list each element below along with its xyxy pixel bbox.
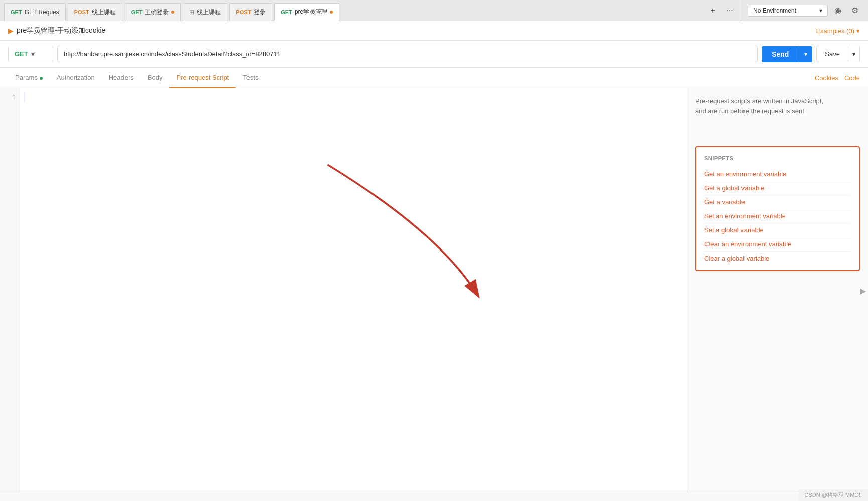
- snippets-title: SNIPPETS: [704, 155, 851, 161]
- breadcrumb: ▶ pre学员管理-手动添加cookie: [8, 26, 105, 35]
- req-tab-tests[interactable]: Tests: [236, 68, 265, 88]
- req-tab-authorization[interactable]: Authorization: [50, 68, 102, 88]
- gear-icon[interactable]: ⚙: [848, 4, 862, 18]
- snippet-item-2[interactable]: Get a variable: [704, 195, 851, 209]
- request-title: pre学员管理-手动添加cookie: [17, 26, 105, 35]
- chevron-down-icon: ▾: [819, 7, 822, 14]
- hint-text-line1: Pre-request scripts are written in JavaS…: [695, 96, 860, 106]
- send-button-group: Send ▾: [762, 46, 812, 62]
- eye-icon[interactable]: ◉: [831, 4, 845, 18]
- snippet-item-0[interactable]: Get an environment variable: [704, 167, 851, 181]
- req-tab-prerequest[interactable]: Pre-request Script: [169, 68, 236, 88]
- line-number-1: 1: [0, 92, 20, 102]
- code-input-area[interactable]: [20, 88, 687, 493]
- examples-chevron-icon: ▾: [856, 27, 860, 35]
- breadcrumb-arrow-icon: ▶: [8, 27, 14, 35]
- tab-tab5[interactable]: POST 登录: [229, 3, 272, 21]
- line-numbers: 1: [0, 88, 20, 493]
- request-tabs-left: ParamsAuthorizationHeadersBodyPre-reques…: [8, 68, 266, 88]
- tab-bar: GET GET RequesPOST 线上课程GET 正确登录⊞线上课程POST…: [0, 0, 702, 21]
- more-tabs-button[interactable]: ···: [723, 4, 737, 18]
- environment-dropdown[interactable]: No Environment ▾: [748, 5, 828, 17]
- method-label: GET: [15, 50, 28, 58]
- req-tab-body[interactable]: Body: [141, 68, 170, 88]
- method-chevron-icon: ▾: [31, 50, 35, 58]
- tab-tab6[interactable]: GET pre学员管理: [274, 3, 339, 21]
- response-area: Response: [0, 493, 868, 501]
- save-button[interactable]: Save: [816, 46, 848, 62]
- snippet-item-5[interactable]: Clear an environment variable: [704, 237, 851, 252]
- snippet-item-6[interactable]: Clear a global variable: [704, 252, 851, 262]
- save-dropdown-button[interactable]: ▾: [848, 46, 860, 62]
- request-tabs-right: CookiesCode: [815, 74, 860, 82]
- add-tab-button[interactable]: +: [706, 4, 720, 18]
- snippet-item-3[interactable]: Set an environment variable: [704, 209, 851, 223]
- hint-text-line2: and are run before the request is sent.: [695, 106, 860, 116]
- method-dropdown[interactable]: GET ▾: [8, 46, 53, 62]
- examples-label: Examples (0): [816, 27, 854, 35]
- url-bar: GET ▾ Send ▾ Save ▾: [0, 41, 868, 68]
- examples-link[interactable]: Examples (0) ▾: [816, 27, 860, 35]
- footer-text: CSDN @格格巫 MMO!!: [805, 492, 862, 498]
- tab-tab4[interactable]: ⊞线上课程: [183, 3, 227, 21]
- cursor: [24, 92, 25, 102]
- req-tab-params[interactable]: Params: [8, 68, 50, 88]
- send-button[interactable]: Send: [762, 46, 799, 62]
- environment-selector-area: No Environment ▾ ◉ ⚙: [741, 0, 868, 21]
- tab-tab2[interactable]: POST 线上课程: [68, 3, 122, 21]
- right-panel: Pre-request scripts are written in JavaS…: [687, 88, 868, 493]
- snippet-item-1[interactable]: Get a global variable: [704, 181, 851, 195]
- req-tab-right-code[interactable]: Code: [844, 74, 860, 82]
- tab-tab3[interactable]: GET 正确登录: [125, 3, 181, 21]
- main-content: 1 Pre-request scripts are written in Jav…: [0, 88, 868, 493]
- request-header: ▶ pre学员管理-手动添加cookie Examples (0) ▾: [0, 21, 868, 41]
- snippets-box: SNIPPETS Get an environment variableGet …: [695, 146, 860, 271]
- send-dropdown-button[interactable]: ▾: [799, 46, 812, 62]
- request-tabs: ParamsAuthorizationHeadersBodyPre-reques…: [0, 68, 868, 88]
- tab-tab1[interactable]: GET GET Reques: [4, 3, 66, 21]
- snippet-item-4[interactable]: Set a global variable: [704, 223, 851, 237]
- environment-label: No Environment: [753, 7, 796, 14]
- url-input[interactable]: [57, 46, 758, 62]
- editor-area: 1: [0, 88, 687, 493]
- top-bar: GET GET RequesPOST 线上课程GET 正确登录⊞线上课程POST…: [0, 0, 868, 21]
- req-tab-right-cookies[interactable]: Cookies: [815, 74, 838, 82]
- req-tab-headers[interactable]: Headers: [102, 68, 141, 88]
- save-button-group: Save ▾: [816, 46, 860, 62]
- footer: CSDN @格格巫 MMO!!: [799, 489, 868, 501]
- right-arrow-icon: ▶: [860, 286, 866, 296]
